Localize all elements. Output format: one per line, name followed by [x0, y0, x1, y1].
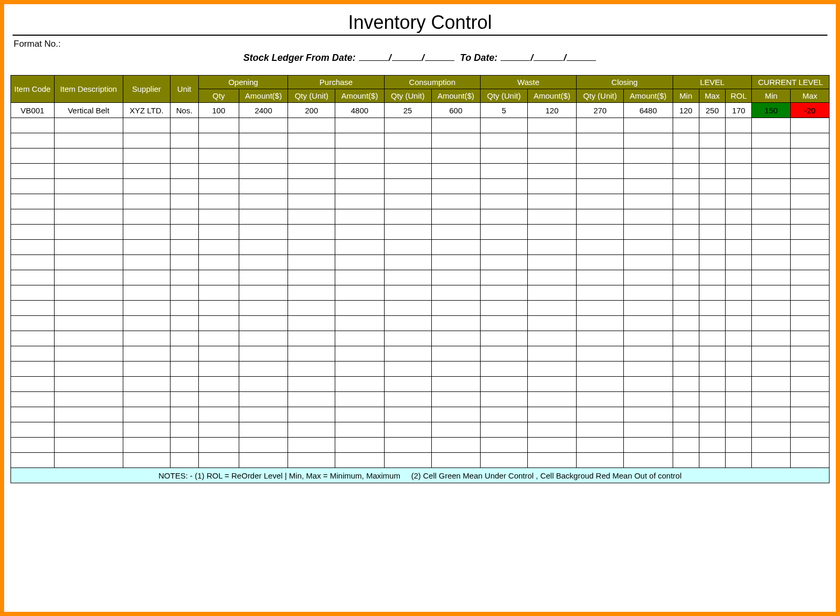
cell-empty[interactable]	[577, 240, 624, 255]
cell-empty[interactable]	[335, 331, 384, 346]
cell-empty[interactable]	[123, 118, 170, 133]
cell-empty[interactable]	[288, 225, 335, 240]
cell-empty[interactable]	[198, 270, 239, 285]
cell-empty[interactable]	[335, 270, 384, 285]
cell-empty[interactable]	[699, 407, 725, 422]
cell-empty[interactable]	[239, 407, 288, 422]
cell-empty[interactable]	[699, 438, 725, 453]
cell-empty[interactable]	[431, 346, 480, 362]
cell-empty[interactable]	[431, 407, 480, 422]
cell-empty[interactable]	[335, 438, 384, 453]
cell-empty[interactable]	[673, 285, 699, 301]
cell-empty[interactable]	[288, 240, 335, 255]
cell-empty[interactable]	[699, 331, 725, 346]
cell-empty[interactable]	[624, 362, 673, 377]
cell-empty[interactable]	[239, 164, 288, 179]
cell-empty[interactable]	[699, 301, 725, 316]
cell-level_rol[interactable]: 170	[726, 103, 752, 118]
cell-empty[interactable]	[726, 438, 752, 453]
cell-empty[interactable]	[699, 118, 725, 133]
cell-empty[interactable]	[673, 316, 699, 331]
cell-empty[interactable]	[726, 392, 752, 407]
cell-empty[interactable]	[170, 270, 198, 285]
cell-empty[interactable]	[288, 270, 335, 285]
cell-empty[interactable]	[726, 346, 752, 362]
cell-empty[interactable]	[624, 377, 673, 392]
cell-empty[interactable]	[480, 316, 527, 331]
cell-empty[interactable]	[431, 438, 480, 453]
cell-empty[interactable]	[11, 392, 55, 407]
cell-empty[interactable]	[384, 438, 431, 453]
cell-empty[interactable]	[239, 346, 288, 362]
cell-empty[interactable]	[624, 316, 673, 331]
cell-empty[interactable]	[673, 422, 699, 438]
cell-empty[interactable]	[384, 194, 431, 209]
cell-empty[interactable]	[624, 301, 673, 316]
cell-empty[interactable]	[54, 240, 123, 255]
cell-empty[interactable]	[335, 255, 384, 270]
cell-empty[interactable]	[288, 377, 335, 392]
cell-empty[interactable]	[384, 209, 431, 225]
cell-empty[interactable]	[726, 331, 752, 346]
cell-empty[interactable]	[335, 118, 384, 133]
cell-empty[interactable]	[384, 285, 431, 301]
cell-empty[interactable]	[123, 179, 170, 194]
cell-empty[interactable]	[123, 377, 170, 392]
cell-empty[interactable]	[752, 270, 791, 285]
cell-empty[interactable]	[791, 392, 830, 407]
cell-empty[interactable]	[431, 209, 480, 225]
cell-empty[interactable]	[624, 179, 673, 194]
cell-empty[interactable]	[527, 301, 576, 316]
cell-empty[interactable]	[480, 377, 527, 392]
cell-empty[interactable]	[239, 270, 288, 285]
cell-empty[interactable]	[699, 285, 725, 301]
cell-empty[interactable]	[288, 118, 335, 133]
cell-empty[interactable]	[198, 392, 239, 407]
cell-empty[interactable]	[239, 240, 288, 255]
cell-empty[interactable]	[198, 225, 239, 240]
cell-empty[interactable]	[726, 422, 752, 438]
cell-empty[interactable]	[624, 225, 673, 240]
cell-empty[interactable]	[384, 225, 431, 240]
cell-empty[interactable]	[170, 422, 198, 438]
cell-opening_amt[interactable]: 2400	[239, 103, 288, 118]
cell-empty[interactable]	[11, 453, 55, 468]
cell-empty[interactable]	[239, 285, 288, 301]
cell-supplier[interactable]: XYZ LTD.	[123, 103, 170, 118]
cell-empty[interactable]	[480, 331, 527, 346]
cell-empty[interactable]	[54, 133, 123, 148]
cell-empty[interactable]	[198, 255, 239, 270]
cell-empty[interactable]	[288, 285, 335, 301]
cell-empty[interactable]	[54, 407, 123, 422]
cell-empty[interactable]	[752, 392, 791, 407]
cell-empty[interactable]	[752, 377, 791, 392]
cell-empty[interactable]	[624, 194, 673, 209]
cell-empty[interactable]	[54, 453, 123, 468]
cell-empty[interactable]	[480, 422, 527, 438]
cell-empty[interactable]	[288, 209, 335, 225]
cell-purchase_amt[interactable]: 4800	[335, 103, 384, 118]
to-month-blank[interactable]	[534, 54, 563, 61]
cell-empty[interactable]	[170, 194, 198, 209]
cell-empty[interactable]	[384, 422, 431, 438]
cell-empty[interactable]	[198, 164, 239, 179]
cell-empty[interactable]	[54, 118, 123, 133]
cell-empty[interactable]	[752, 438, 791, 453]
cell-empty[interactable]	[699, 422, 725, 438]
cell-empty[interactable]	[699, 255, 725, 270]
cell-empty[interactable]	[791, 209, 830, 225]
cell-empty[interactable]	[54, 148, 123, 164]
cell-empty[interactable]	[527, 133, 576, 148]
cell-purchase_qty[interactable]: 200	[288, 103, 335, 118]
cell-empty[interactable]	[726, 316, 752, 331]
cell-empty[interactable]	[198, 240, 239, 255]
cell-empty[interactable]	[123, 148, 170, 164]
cell-empty[interactable]	[11, 133, 55, 148]
cell-empty[interactable]	[288, 392, 335, 407]
cell-empty[interactable]	[170, 255, 198, 270]
cell-empty[interactable]	[239, 194, 288, 209]
cell-empty[interactable]	[123, 438, 170, 453]
cell-empty[interactable]	[527, 164, 576, 179]
cell-empty[interactable]	[335, 225, 384, 240]
cell-empty[interactable]	[480, 225, 527, 240]
